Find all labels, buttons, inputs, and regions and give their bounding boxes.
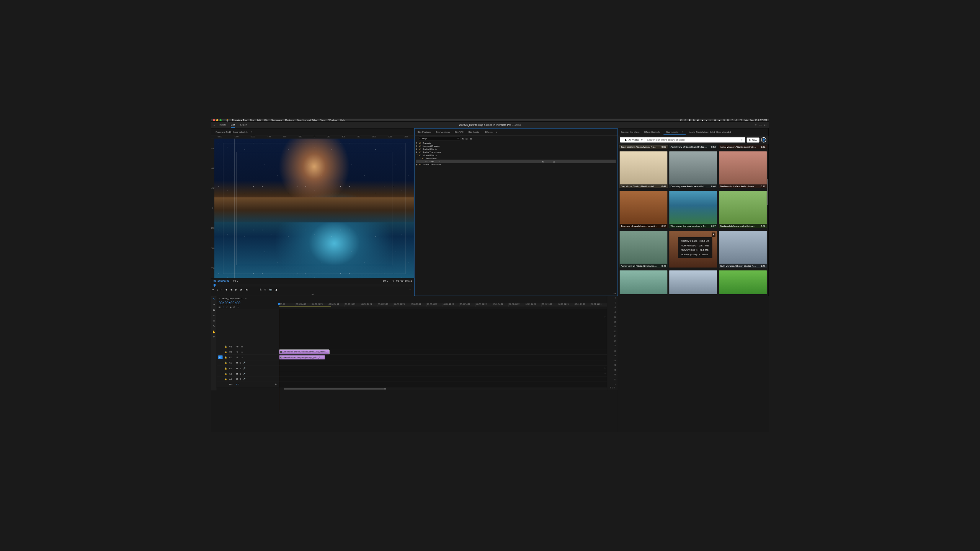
menu-markers[interactable]: Markers bbox=[285, 119, 294, 121]
scroll-handle-right[interactable] bbox=[384, 388, 386, 390]
track-header-v1[interactable]: V1🔒V1👁▭ bbox=[217, 355, 279, 360]
timeline-track-area[interactable]: fxvideoblocks-64649c26cd9b205c4aa138c_bc… bbox=[279, 309, 607, 388]
menubar-icon[interactable]: ⊕ bbox=[693, 119, 695, 121]
tree-video-transitions[interactable]: ▶🗀Video Transitions bbox=[416, 163, 616, 166]
panel-menu-icon[interactable]: ≡ bbox=[250, 130, 253, 134]
tab-bin-vo[interactable]: Bin: V/O bbox=[453, 129, 465, 135]
menubar-icon[interactable]: ▣ bbox=[697, 119, 699, 121]
track-v1-lane[interactable]: fxinterstellar-nebula-space-journey_qpdo… bbox=[279, 355, 607, 360]
menubar-icon[interactable]: ✱ bbox=[689, 119, 691, 121]
menubar-control-center-icon[interactable]: ⌥ bbox=[740, 119, 742, 121]
download-option[interactable]: HDMP4 (h264) - 41.8 MB bbox=[681, 252, 709, 256]
download-option[interactable]: 4KMOV (h264) - 494.8 MB bbox=[681, 239, 709, 243]
tab-audio-mixer[interactable]: Audio Track Mixer: 9x16_Crop video1.1 bbox=[688, 129, 732, 135]
lift-icon[interactable]: ⎘ bbox=[260, 288, 261, 291]
mute-icon[interactable]: ▭ bbox=[241, 356, 244, 359]
track-v3-lane[interactable] bbox=[279, 344, 607, 349]
linked-selection-icon[interactable]: ⊂ bbox=[226, 306, 228, 308]
mark-out-icon[interactable]: } bbox=[221, 288, 222, 291]
menubar-icon[interactable]: ☁ bbox=[718, 119, 720, 121]
lock-icon[interactable]: 🔒 bbox=[224, 362, 227, 364]
solo-icon[interactable]: S bbox=[240, 367, 241, 369]
lock-icon[interactable]: 🔒 bbox=[224, 356, 227, 359]
add-marker-icon[interactable]: ▾ bbox=[212, 288, 214, 291]
apple-logo-icon[interactable]: 🐧 bbox=[226, 119, 229, 121]
tab-source[interactable]: Source: (no clips) bbox=[619, 129, 641, 135]
timeline-ruler[interactable]: ;00;0000;00;04;2300;00;09;2300;00;14;230… bbox=[279, 303, 607, 306]
download-option[interactable]: 4KMP4 (h264) - 176.7 MB bbox=[681, 243, 709, 248]
yuv-icon[interactable]: ▦ bbox=[470, 137, 472, 140]
mix-value[interactable]: 0.0 bbox=[236, 383, 239, 386]
window-traffic-lights[interactable] bbox=[213, 119, 221, 121]
track-header-a2[interactable]: 🔒A2MS🎤 bbox=[217, 365, 279, 371]
pen-tool-icon[interactable]: ✎ bbox=[213, 325, 215, 328]
tree-audio-transitions[interactable]: ▶🗀Audio Transitions bbox=[416, 151, 616, 154]
program-scrubber[interactable] bbox=[214, 284, 412, 287]
close-seq-icon[interactable]: ✕ bbox=[219, 297, 220, 300]
download-option[interactable]: HDMOV (h264) - 41.8 MB bbox=[681, 248, 709, 252]
workspace-icon[interactable]: ▭ bbox=[760, 124, 762, 126]
stock-video-tile[interactable]: Aerial view of Rijeka Crnojevica - b...0… bbox=[619, 231, 667, 268]
lock-icon[interactable]: 🔒 bbox=[224, 351, 227, 353]
track-a3-lane[interactable] bbox=[279, 371, 607, 377]
menubar-icon[interactable]: ⊡ bbox=[723, 119, 725, 121]
go-to-in-icon[interactable]: |◀ bbox=[225, 288, 227, 291]
step-forward-icon[interactable]: |▶ bbox=[240, 288, 243, 291]
cc-icon[interactable]: ▭ bbox=[237, 306, 239, 308]
export-frame-icon[interactable]: 📷 bbox=[269, 288, 272, 291]
ripple-edit-tool-icon[interactable]: ⇆ bbox=[213, 308, 215, 312]
track-header-a1[interactable]: 🔒A1MS🎤 bbox=[217, 360, 279, 365]
voiceover-icon[interactable]: 🎤 bbox=[243, 362, 245, 364]
quick-export-icon[interactable]: ⇪ bbox=[755, 124, 757, 126]
in-out-range[interactable] bbox=[279, 306, 331, 306]
toggle-output-icon[interactable]: 👁 bbox=[236, 351, 239, 353]
audio-meters[interactable]: 0-3-6-9-12-15-18-21-24-27-30-33-36-39-42… bbox=[607, 296, 617, 390]
track-a4-lane[interactable] bbox=[279, 377, 607, 382]
lock-icon[interactable]: 🔒 bbox=[224, 367, 227, 369]
tab-effects[interactable]: Effects ≡ bbox=[483, 129, 500, 135]
panel-menu-icon[interactable]: ≡ bbox=[495, 130, 498, 134]
menubar-icon[interactable]: ◧ bbox=[680, 119, 683, 121]
toggle-output-icon[interactable]: 👁 bbox=[236, 356, 239, 359]
stock-video-tile[interactable]: Top view of sandy beach on which...0:55 bbox=[619, 191, 667, 228]
program-timecode-current[interactable]: 00:00:00:00 bbox=[214, 280, 229, 282]
stock-video-tile[interactable]: Aerial view of Canakkale Bridge cr...0:5… bbox=[669, 145, 717, 148]
program-canvas[interactable] bbox=[214, 139, 414, 278]
home-icon[interactable]: ⌂ bbox=[214, 124, 215, 126]
track-header-a4[interactable]: 🔒A4MS🎤 bbox=[217, 377, 279, 382]
program-timecode-duration[interactable]: 00:00:16:11 bbox=[396, 280, 412, 282]
track-select-tool-icon[interactable]: ⇥ bbox=[213, 303, 215, 306]
solo-icon[interactable]: S bbox=[240, 378, 241, 380]
scroll-thumb[interactable] bbox=[284, 388, 384, 390]
hand-tool-icon[interactable]: ✋ bbox=[212, 330, 216, 334]
mute-icon[interactable]: M bbox=[236, 378, 238, 380]
type-tool-icon[interactable]: T bbox=[213, 336, 215, 339]
menubar-icon[interactable]: ▲ bbox=[701, 119, 704, 121]
stock-video-tile[interactable]: Crashing wave line in sea with foa...0:4… bbox=[669, 151, 717, 188]
slip-tool-icon[interactable]: ⇔ bbox=[213, 319, 215, 323]
panel-menu-icon[interactable]: ≡ bbox=[245, 297, 247, 300]
tab-bin-versions[interactable]: Bin: Versions bbox=[434, 129, 451, 135]
track-header-v3[interactable]: 🔒V3👁▭ bbox=[217, 344, 279, 349]
voiceover-icon[interactable]: 🎤 bbox=[243, 378, 245, 380]
fullscreen-icon[interactable]: ⛶ bbox=[764, 124, 766, 126]
clip-v2[interactable]: fxvideoblocks-64649c26cd9b205c4aa138c_bc… bbox=[279, 350, 329, 354]
step-back-icon[interactable]: ◀| bbox=[230, 288, 232, 291]
stock-video-tile[interactable]: Kyiv, Ukraine. Obolon district. Aeri...0… bbox=[719, 231, 767, 268]
zoom-out-icon[interactable]: ○ bbox=[604, 316, 606, 318]
tab-bin-audio[interactable]: Bin: Audio bbox=[467, 129, 480, 135]
mute-icon[interactable]: M bbox=[236, 362, 238, 364]
export-icon[interactable]: ⇥ bbox=[312, 293, 314, 295]
menu-clip[interactable]: Clip bbox=[264, 119, 268, 121]
program-ruler-vertical[interactable]: -750-500-2500250500750 bbox=[211, 139, 214, 278]
tab-effect-controls[interactable]: Effect Controls bbox=[643, 129, 662, 135]
stock-video-tile[interactable]: Aerial view on Atlantic coast with r...0… bbox=[719, 145, 767, 148]
zoom-in-icon[interactable]: ○ bbox=[604, 372, 606, 375]
mute-icon[interactable]: ▭ bbox=[241, 351, 244, 353]
storyblocks-search-input[interactable] bbox=[645, 137, 745, 143]
menu-help[interactable]: Help bbox=[340, 119, 345, 121]
go-to-out-icon[interactable]: ▶| bbox=[246, 288, 248, 291]
expand-icon[interactable]: ⊩ bbox=[275, 383, 277, 386]
nest-icon[interactable]: ⊞ bbox=[219, 306, 220, 308]
tree-lumetri[interactable]: ▶🗀Lumetri Presets bbox=[416, 145, 616, 148]
